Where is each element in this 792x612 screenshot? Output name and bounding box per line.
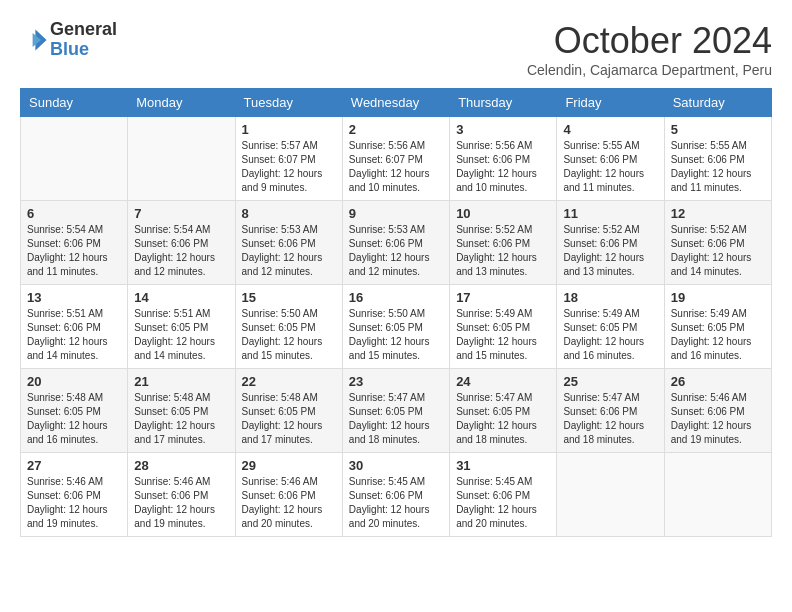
calendar-cell: 23 Sunrise: 5:47 AM Sunset: 6:05 PM Dayl… (342, 369, 449, 453)
day-info: Sunrise: 5:45 AM Sunset: 6:06 PM Dayligh… (349, 475, 443, 531)
calendar-cell: 6 Sunrise: 5:54 AM Sunset: 6:06 PM Dayli… (21, 201, 128, 285)
day-info: Sunrise: 5:48 AM Sunset: 6:05 PM Dayligh… (242, 391, 336, 447)
calendar-cell: 14 Sunrise: 5:51 AM Sunset: 6:05 PM Dayl… (128, 285, 235, 369)
day-info: Sunrise: 5:53 AM Sunset: 6:06 PM Dayligh… (242, 223, 336, 279)
calendar-cell: 20 Sunrise: 5:48 AM Sunset: 6:05 PM Dayl… (21, 369, 128, 453)
calendar-cell: 10 Sunrise: 5:52 AM Sunset: 6:06 PM Dayl… (450, 201, 557, 285)
logo-text: General Blue (50, 20, 117, 60)
weekday-header-monday: Monday (128, 89, 235, 117)
day-info: Sunrise: 5:56 AM Sunset: 6:07 PM Dayligh… (349, 139, 443, 195)
day-info: Sunrise: 5:49 AM Sunset: 6:05 PM Dayligh… (563, 307, 657, 363)
day-number: 27 (27, 458, 121, 473)
day-info: Sunrise: 5:46 AM Sunset: 6:06 PM Dayligh… (134, 475, 228, 531)
calendar-week-4: 20 Sunrise: 5:48 AM Sunset: 6:05 PM Dayl… (21, 369, 772, 453)
day-number: 13 (27, 290, 121, 305)
calendar-cell: 16 Sunrise: 5:50 AM Sunset: 6:05 PM Dayl… (342, 285, 449, 369)
day-info: Sunrise: 5:54 AM Sunset: 6:06 PM Dayligh… (27, 223, 121, 279)
title-block: October 2024 Celendin, Cajamarca Departm… (527, 20, 772, 78)
day-number: 15 (242, 290, 336, 305)
calendar-cell: 29 Sunrise: 5:46 AM Sunset: 6:06 PM Dayl… (235, 453, 342, 537)
day-number: 4 (563, 122, 657, 137)
day-number: 2 (349, 122, 443, 137)
day-number: 28 (134, 458, 228, 473)
calendar-cell: 26 Sunrise: 5:46 AM Sunset: 6:06 PM Dayl… (664, 369, 771, 453)
day-number: 1 (242, 122, 336, 137)
day-number: 29 (242, 458, 336, 473)
day-info: Sunrise: 5:55 AM Sunset: 6:06 PM Dayligh… (563, 139, 657, 195)
day-info: Sunrise: 5:46 AM Sunset: 6:06 PM Dayligh… (242, 475, 336, 531)
weekday-header-tuesday: Tuesday (235, 89, 342, 117)
day-number: 20 (27, 374, 121, 389)
calendar-cell: 24 Sunrise: 5:47 AM Sunset: 6:05 PM Dayl… (450, 369, 557, 453)
calendar-cell: 3 Sunrise: 5:56 AM Sunset: 6:06 PM Dayli… (450, 117, 557, 201)
day-info: Sunrise: 5:51 AM Sunset: 6:06 PM Dayligh… (27, 307, 121, 363)
calendar-week-2: 6 Sunrise: 5:54 AM Sunset: 6:06 PM Dayli… (21, 201, 772, 285)
day-info: Sunrise: 5:47 AM Sunset: 6:05 PM Dayligh… (456, 391, 550, 447)
day-info: Sunrise: 5:48 AM Sunset: 6:05 PM Dayligh… (134, 391, 228, 447)
calendar-cell: 17 Sunrise: 5:49 AM Sunset: 6:05 PM Dayl… (450, 285, 557, 369)
day-info: Sunrise: 5:52 AM Sunset: 6:06 PM Dayligh… (563, 223, 657, 279)
calendar-cell: 18 Sunrise: 5:49 AM Sunset: 6:05 PM Dayl… (557, 285, 664, 369)
day-number: 22 (242, 374, 336, 389)
day-number: 23 (349, 374, 443, 389)
day-info: Sunrise: 5:57 AM Sunset: 6:07 PM Dayligh… (242, 139, 336, 195)
day-info: Sunrise: 5:52 AM Sunset: 6:06 PM Dayligh… (456, 223, 550, 279)
day-number: 17 (456, 290, 550, 305)
day-number: 11 (563, 206, 657, 221)
logo-icon (20, 26, 48, 54)
calendar-cell (21, 117, 128, 201)
day-number: 10 (456, 206, 550, 221)
day-info: Sunrise: 5:50 AM Sunset: 6:05 PM Dayligh… (349, 307, 443, 363)
logo-line1: General (50, 20, 117, 40)
day-number: 25 (563, 374, 657, 389)
calendar-table: SundayMondayTuesdayWednesdayThursdayFrid… (20, 88, 772, 537)
calendar-cell: 22 Sunrise: 5:48 AM Sunset: 6:05 PM Dayl… (235, 369, 342, 453)
day-number: 24 (456, 374, 550, 389)
day-number: 8 (242, 206, 336, 221)
calendar-cell (557, 453, 664, 537)
day-info: Sunrise: 5:51 AM Sunset: 6:05 PM Dayligh… (134, 307, 228, 363)
day-info: Sunrise: 5:45 AM Sunset: 6:06 PM Dayligh… (456, 475, 550, 531)
day-number: 7 (134, 206, 228, 221)
day-info: Sunrise: 5:53 AM Sunset: 6:06 PM Dayligh… (349, 223, 443, 279)
day-info: Sunrise: 5:50 AM Sunset: 6:05 PM Dayligh… (242, 307, 336, 363)
calendar-week-3: 13 Sunrise: 5:51 AM Sunset: 6:06 PM Dayl… (21, 285, 772, 369)
calendar-cell: 19 Sunrise: 5:49 AM Sunset: 6:05 PM Dayl… (664, 285, 771, 369)
day-number: 30 (349, 458, 443, 473)
day-number: 18 (563, 290, 657, 305)
calendar-week-1: 1 Sunrise: 5:57 AM Sunset: 6:07 PM Dayli… (21, 117, 772, 201)
day-info: Sunrise: 5:46 AM Sunset: 6:06 PM Dayligh… (27, 475, 121, 531)
calendar-cell: 9 Sunrise: 5:53 AM Sunset: 6:06 PM Dayli… (342, 201, 449, 285)
logo-line2: Blue (50, 40, 117, 60)
calendar-cell: 27 Sunrise: 5:46 AM Sunset: 6:06 PM Dayl… (21, 453, 128, 537)
calendar-cell: 1 Sunrise: 5:57 AM Sunset: 6:07 PM Dayli… (235, 117, 342, 201)
calendar-cell (664, 453, 771, 537)
calendar-cell: 4 Sunrise: 5:55 AM Sunset: 6:06 PM Dayli… (557, 117, 664, 201)
weekday-header-thursday: Thursday (450, 89, 557, 117)
day-info: Sunrise: 5:46 AM Sunset: 6:06 PM Dayligh… (671, 391, 765, 447)
day-number: 16 (349, 290, 443, 305)
day-number: 21 (134, 374, 228, 389)
day-number: 19 (671, 290, 765, 305)
calendar-cell: 13 Sunrise: 5:51 AM Sunset: 6:06 PM Dayl… (21, 285, 128, 369)
day-info: Sunrise: 5:55 AM Sunset: 6:06 PM Dayligh… (671, 139, 765, 195)
calendar-cell: 31 Sunrise: 5:45 AM Sunset: 6:06 PM Dayl… (450, 453, 557, 537)
calendar-cell: 11 Sunrise: 5:52 AM Sunset: 6:06 PM Dayl… (557, 201, 664, 285)
day-number: 26 (671, 374, 765, 389)
day-number: 9 (349, 206, 443, 221)
calendar-header-row: SundayMondayTuesdayWednesdayThursdayFrid… (21, 89, 772, 117)
location-subtitle: Celendin, Cajamarca Department, Peru (527, 62, 772, 78)
calendar-cell: 15 Sunrise: 5:50 AM Sunset: 6:05 PM Dayl… (235, 285, 342, 369)
day-number: 12 (671, 206, 765, 221)
day-info: Sunrise: 5:54 AM Sunset: 6:06 PM Dayligh… (134, 223, 228, 279)
page-header: General Blue October 2024 Celendin, Caja… (20, 20, 772, 78)
day-info: Sunrise: 5:47 AM Sunset: 6:05 PM Dayligh… (349, 391, 443, 447)
day-number: 5 (671, 122, 765, 137)
calendar-cell: 5 Sunrise: 5:55 AM Sunset: 6:06 PM Dayli… (664, 117, 771, 201)
weekday-header-sunday: Sunday (21, 89, 128, 117)
calendar-cell (128, 117, 235, 201)
calendar-cell: 21 Sunrise: 5:48 AM Sunset: 6:05 PM Dayl… (128, 369, 235, 453)
weekday-header-wednesday: Wednesday (342, 89, 449, 117)
calendar-cell: 8 Sunrise: 5:53 AM Sunset: 6:06 PM Dayli… (235, 201, 342, 285)
day-info: Sunrise: 5:56 AM Sunset: 6:06 PM Dayligh… (456, 139, 550, 195)
